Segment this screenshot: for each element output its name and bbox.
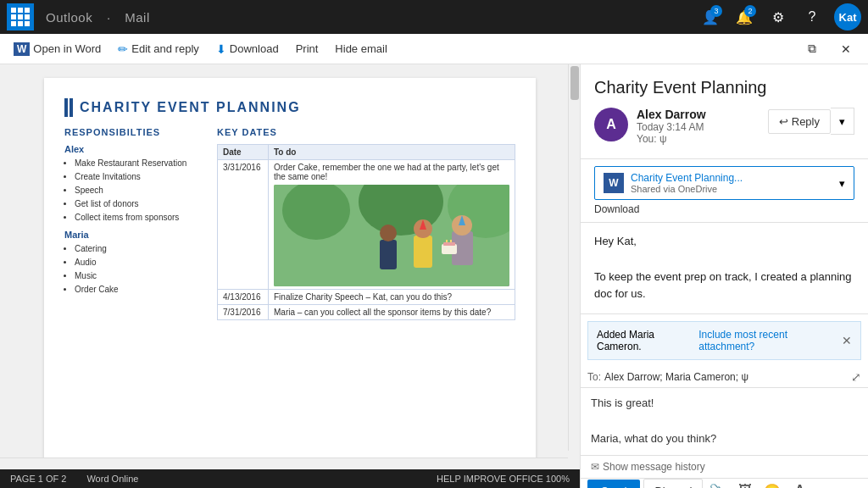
attach-button[interactable]: 📎 [706,479,730,488]
svg-rect-6 [414,236,432,268]
discard-button[interactable]: Discard [643,479,703,488]
attachment-sub: Shared via OneDrive [631,184,832,194]
alex-heading: Alex [64,144,200,154]
titlebar-right: 👤 3 🔔 2 ⚙ ? Kat [695,2,861,32]
list-item: Make Restaurant Reservation [75,157,200,170]
page-indicator: PAGE 1 OF 2 [10,474,66,484]
list-item: Order Cake [75,283,200,297]
restore-button[interactable]: ⧉ [797,34,827,64]
settings-button[interactable]: ⚙ [763,2,793,32]
send-button[interactable]: Send [587,480,640,488]
help-icon: ? [809,9,816,25]
notification-link[interactable]: Include most recent attachment? [698,329,842,352]
reply-toolbar: Send Discard 📎 🖼 😊 A ▾ [581,478,868,488]
image-icon: 🖼 [738,483,752,488]
word-icon: W [14,42,30,56]
key-dates-heading: KEY DATES [217,127,515,137]
app-name: Outlook · Mail [41,10,155,25]
print-button[interactable]: Print [289,39,326,58]
doc-title: CHARITY EVENT PLANNING [64,98,515,117]
image-button[interactable]: 🖼 [733,479,757,488]
more-options-button[interactable]: ▾ [837,479,861,488]
email-panel: Charity Event Planning A Alex Darrow Tod… [580,64,868,488]
close-icon: ✕ [841,42,851,56]
chevron-down-icon: ▾ [847,484,853,488]
edit-and-reply-button[interactable]: ✏ Edit and reply [111,39,206,59]
main-area: CHARITY EVENT PLANNING RESPONSIBILTIES A… [0,64,868,488]
download-link[interactable]: Download [594,203,854,215]
compose-area[interactable]: This is great! Maria, what do you think? [581,388,868,454]
reply-to-row: To: Alex Darrow; Maria Cameron; ψ ⤢ [581,367,868,388]
svg-rect-8 [380,240,397,269]
mail-icon: ✉ [591,461,599,473]
attachment-info: Charity Event Planning... Shared via One… [631,172,832,194]
sender-name: Alex Darrow [637,108,760,121]
emoji-button[interactable]: 😊 [760,479,784,488]
download-icon: ⬇ [216,42,226,56]
notification-close[interactable]: ✕ [842,334,852,347]
dates-table: Date To do 3/31/2016 Order Cake, remembe… [217,144,515,320]
avatar[interactable]: Kat [834,3,861,30]
contacts-button[interactable]: 👤 3 [695,2,726,32]
to-label: To: [587,371,601,383]
document-scroll[interactable]: CHARITY EVENT PLANNING RESPONSIBILTIES A… [0,64,580,469]
toolbar: W Open in Word ✏ Edit and reply ⬇ Downlo… [0,34,868,64]
font-button[interactable]: A [787,479,811,488]
reply-button[interactable]: ↩ Reply [768,109,831,134]
edit-icon: ✏ [118,42,128,56]
list-item: Get list of donors [75,197,200,211]
reply-icon: ↩ [779,115,788,128]
open-in-word-button[interactable]: W Open in Word [7,39,108,59]
cell-date: 4/13/2016 [218,290,269,305]
hide-email-button[interactable]: Hide email [328,39,393,58]
attachment-name: Charity Event Planning... [631,172,832,184]
horizontal-scrollbar[interactable] [0,458,568,469]
responsibilities-col: RESPONSIBILTIES Alex Make Restaurant Res… [64,127,200,320]
close-button[interactable]: ✕ [831,34,861,64]
help-button[interactable]: ? [797,2,827,32]
cell-todo: Maria – can you collect all the sponsor … [269,305,515,320]
app-label: Word Online [86,474,138,484]
list-item: Speech [75,184,200,197]
cell-todo: Order Cake, remember the one we had at t… [269,160,515,290]
reply-area: Added Maria Cameron. Include most recent… [581,314,868,488]
cell-date: 3/31/2016 [218,160,269,290]
list-item: Create Invitations [75,170,200,184]
title-accent [64,98,68,117]
email-body: Hey Kat, To keep the event prep on track… [581,223,868,314]
restore-icon: ⧉ [808,42,816,56]
alex-list: Make Restaurant Reservation Create Invit… [64,157,200,225]
email-title: Charity Event Planning [594,78,854,97]
svg-point-9 [380,225,397,241]
download-button[interactable]: ⬇ Download [209,39,286,59]
vertical-scrollbar[interactable] [568,64,580,451]
emoji-icon: 😊 [764,483,781,488]
paperclip-icon: 📎 [709,483,726,488]
compose-line3: Maria, what do you think? [591,430,858,448]
scrollbar-thumb[interactable] [570,66,579,100]
title-bar: Outlook · Mail 👤 3 🔔 2 ⚙ ? Kat [0,0,868,34]
list-item: Music [75,269,200,283]
maria-list: Catering Audio Music Order Cake [64,242,200,297]
sender-info: Alex Darrow Today 3:14 AM You: ψ [637,108,760,145]
notifications-badge: 2 [744,5,756,17]
reply-dropdown-button[interactable]: ▾ [831,108,854,135]
toolbar-right: ⧉ ✕ [797,34,861,64]
list-item: Catering [75,242,200,256]
document-pane: CHARITY EVENT PLANNING RESPONSIBILTIES A… [0,64,580,488]
sender-row: A Alex Darrow Today 3:14 AM You: ψ ↩ Rep… [594,108,854,145]
responsibilities-heading: RESPONSIBILTIES [64,127,200,137]
cell-todo: Finalize Charity Speech – Kat, can you d… [269,290,515,305]
reply-group: ↩ Reply ▾ [768,108,854,135]
notifications-button[interactable]: 🔔 2 [729,2,760,32]
body-text: To keep the event prep on track, I creat… [594,269,854,304]
show-history[interactable]: ✉ Show message history [581,455,868,478]
list-item: Collect items from sponsors [75,211,200,225]
attachment-card[interactable]: W Charity Event Planning... Shared via O… [594,166,854,200]
chevron-down-icon: ▾ [839,115,845,128]
expand-button[interactable]: ⤢ [851,370,861,384]
waffle-button[interactable] [7,3,34,30]
sender-time: Today 3:14 AM [637,121,760,133]
notification-text: Added Maria Cameron. [597,329,698,352]
contacts-badge: 3 [710,5,722,17]
